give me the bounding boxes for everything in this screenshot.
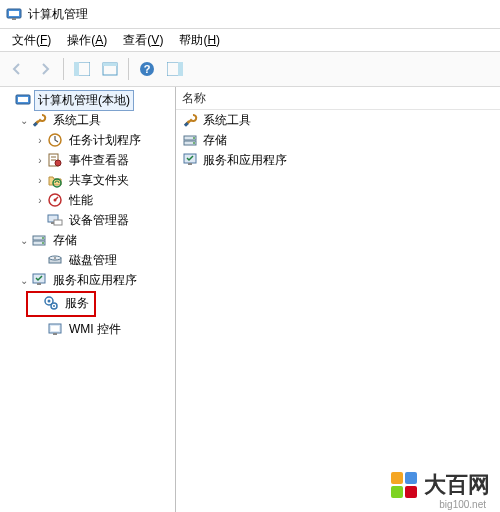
column-header-name[interactable]: 名称: [176, 87, 500, 110]
help-button[interactable]: ?: [134, 56, 160, 82]
svg-point-27: [42, 237, 44, 239]
svg-point-31: [54, 257, 56, 259]
shared-folders-icon: [47, 172, 63, 188]
tools-icon: [182, 112, 198, 128]
tree-label: 任务计划程序: [66, 131, 144, 150]
collapse-icon[interactable]: ⌄: [18, 235, 30, 246]
tree-root[interactable]: 计算机管理(本地): [0, 90, 175, 110]
menu-help[interactable]: 帮助(H): [171, 30, 228, 51]
forward-button: [32, 56, 58, 82]
tree-pane: 计算机管理(本地) ⌄ 系统工具 › 任务计划程序: [0, 87, 176, 512]
tree-label: 设备管理器: [66, 211, 132, 230]
svg-text:?: ?: [144, 63, 151, 75]
menu-action[interactable]: 操作(A): [59, 30, 115, 51]
tree-label: 磁盘管理: [66, 251, 120, 270]
tree-item-services[interactable]: 服务: [42, 293, 92, 313]
menu-view[interactable]: 查看(V): [115, 30, 171, 51]
tree-item-disk-management[interactable]: 磁盘管理: [32, 250, 175, 270]
tree-item-wmi[interactable]: WMI 控件: [32, 319, 175, 339]
tree-item-task-scheduler[interactable]: › 任务计划程序: [32, 130, 175, 150]
watermark-sub: big100.net: [439, 499, 486, 510]
expand-icon[interactable]: ›: [34, 155, 46, 166]
svg-rect-47: [188, 163, 192, 165]
list-item-storage[interactable]: 存储: [176, 130, 500, 150]
tree-item-event-viewer[interactable]: › 事件查看器: [32, 150, 175, 170]
tree-item-performance[interactable]: › 性能: [32, 190, 175, 210]
svg-rect-10: [178, 62, 183, 76]
menubar: 文件(F) 操作(A) 查看(V) 帮助(H): [0, 29, 500, 52]
services-apps-icon: [182, 152, 198, 168]
list-item-label: 系统工具: [203, 112, 251, 129]
content-area: 计算机管理(本地) ⌄ 系统工具 › 任务计划程序: [0, 87, 500, 512]
wmi-icon: [47, 321, 63, 337]
svg-point-44: [193, 137, 195, 139]
services-apps-icon: [31, 272, 47, 288]
svg-point-21: [54, 199, 57, 202]
svg-rect-23: [54, 220, 62, 225]
list-item-label: 服务和应用程序: [203, 152, 287, 169]
list-item-label: 存储: [203, 132, 227, 149]
tree-item-device-manager[interactable]: 设备管理器: [32, 210, 175, 230]
tools-icon: [31, 112, 47, 128]
tree-label: 共享文件夹: [66, 171, 132, 190]
svg-rect-40: [53, 333, 57, 335]
watermark: 大百网: [390, 470, 490, 500]
tree-label: 性能: [66, 191, 96, 210]
list-item-system-tools[interactable]: 系统工具: [176, 110, 500, 130]
svg-point-37: [53, 305, 55, 307]
window-title: 计算机管理: [28, 6, 88, 23]
tree-item-storage[interactable]: ⌄ 存储: [16, 230, 175, 250]
menu-file[interactable]: 文件(F): [4, 30, 59, 51]
svg-rect-39: [51, 326, 59, 331]
collapse-icon[interactable]: ⌄: [18, 115, 30, 126]
watermark-logo-icon: [390, 471, 418, 499]
collapse-icon[interactable]: ⌄: [18, 275, 30, 286]
back-button: [4, 56, 30, 82]
properties-button[interactable]: [97, 56, 123, 82]
tree-label: 服务: [62, 294, 92, 313]
expand-icon[interactable]: ›: [34, 135, 46, 146]
device-manager-icon: [47, 212, 63, 228]
tree-item-services-apps[interactable]: ⌄ 服务和应用程序: [16, 270, 175, 290]
performance-icon: [47, 192, 63, 208]
svg-point-35: [48, 300, 51, 303]
tree-label: 服务和应用程序: [50, 271, 140, 290]
svg-rect-6: [103, 63, 117, 66]
svg-point-45: [193, 142, 195, 144]
svg-rect-24: [51, 222, 54, 224]
tree-label: 事件查看器: [66, 151, 132, 170]
app-icon: [6, 6, 22, 22]
highlight-box: 服务: [26, 291, 96, 317]
show-hide-tree-button[interactable]: [69, 56, 95, 82]
storage-icon: [182, 132, 198, 148]
svg-rect-2: [12, 18, 16, 20]
tree-item-shared-folders[interactable]: › 共享文件夹: [32, 170, 175, 190]
svg-rect-1: [9, 11, 19, 16]
toolbar-separator: [128, 58, 129, 80]
clock-icon: [47, 132, 63, 148]
tree-item-system-tools[interactable]: ⌄ 系统工具: [16, 110, 175, 130]
toolbar-separator: [63, 58, 64, 80]
svg-point-28: [42, 242, 44, 244]
tree-root-label: 计算机管理(本地): [34, 90, 134, 111]
disk-management-icon: [47, 252, 63, 268]
event-viewer-icon: [47, 152, 63, 168]
titlebar: 计算机管理: [0, 0, 500, 29]
tree-label: 存储: [50, 231, 80, 250]
toolbar: ?: [0, 52, 500, 87]
svg-rect-33: [37, 283, 41, 285]
computer-mgmt-icon: [15, 92, 31, 108]
list-item-services-apps[interactable]: 服务和应用程序: [176, 150, 500, 170]
watermark-text: 大百网: [424, 470, 490, 500]
svg-rect-12: [18, 97, 28, 102]
expand-icon[interactable]: ›: [34, 175, 46, 186]
tree-label: WMI 控件: [66, 320, 124, 339]
list-pane: 名称 系统工具 存储 服务和应用程序: [176, 87, 500, 512]
storage-icon: [31, 232, 47, 248]
action-pane-button[interactable]: [162, 56, 188, 82]
services-icon: [43, 295, 59, 311]
svg-point-18: [55, 160, 61, 166]
tree-label: 系统工具: [50, 111, 104, 130]
svg-rect-4: [74, 62, 79, 76]
expand-icon[interactable]: ›: [34, 195, 46, 206]
